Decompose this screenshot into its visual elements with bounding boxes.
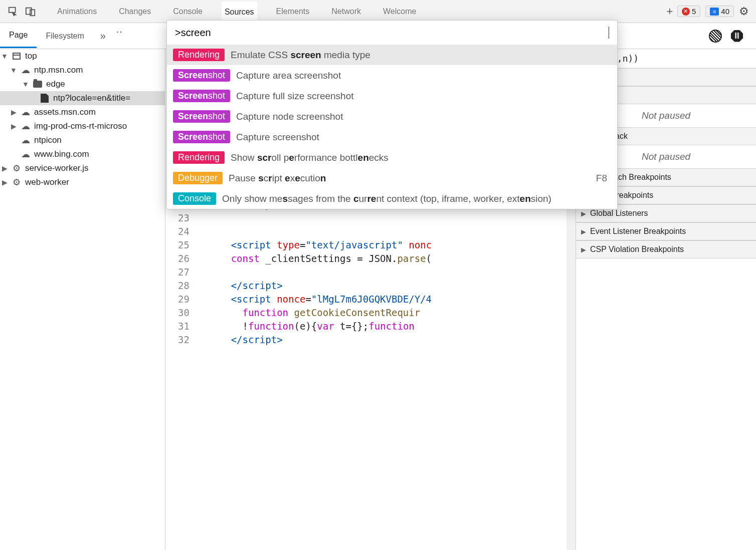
tab-welcome[interactable]: Welcome bbox=[380, 2, 419, 21]
command-item[interactable]: ScreenshotCapture area screenshot bbox=[167, 65, 617, 86]
message-icon: ≡ bbox=[710, 8, 719, 16]
line-number[interactable]: 32 bbox=[165, 333, 190, 347]
code-line[interactable]: function getCookieConsentRequir bbox=[197, 306, 576, 320]
command-item[interactable]: ScreenshotCapture screenshot bbox=[167, 127, 617, 147]
tree-domain[interactable]: ▶☁img-prod-cms-rt-microso bbox=[0, 119, 165, 133]
cloud-icon: ☁ bbox=[20, 149, 31, 159]
command-category-tag: Screenshot bbox=[173, 90, 230, 102]
no-throttling-icon[interactable] bbox=[709, 30, 722, 43]
tree-label: top bbox=[25, 51, 37, 61]
command-label: Capture area screenshot bbox=[236, 70, 611, 81]
tree-label: img-prod-cms-rt-microso bbox=[34, 121, 127, 131]
command-category-tag: Rendering bbox=[173, 151, 225, 164]
code-line[interactable]: <script nonce="lMgL7m6J0GQKVBDE/Y/4 bbox=[197, 293, 576, 306]
more-tabs-icon[interactable]: » bbox=[93, 30, 113, 42]
cloud-icon: ☁ bbox=[20, 65, 31, 75]
tab-sources[interactable]: Sources bbox=[222, 2, 257, 22]
cloud-icon: ☁ bbox=[20, 107, 31, 117]
messages-count: 40 bbox=[721, 7, 729, 16]
panel-event[interactable]: ▶Event Listener Breakpoints bbox=[576, 222, 756, 240]
tab-animations[interactable]: Animations bbox=[54, 2, 100, 21]
tree-label: assets.msn.com bbox=[34, 107, 96, 117]
line-number[interactable]: 25 bbox=[165, 238, 190, 252]
tree-top-frame[interactable]: ▼top bbox=[0, 49, 165, 63]
code-line[interactable] bbox=[197, 265, 576, 279]
tree-label: www.bing.com bbox=[34, 149, 89, 159]
inspect-element-icon[interactable] bbox=[5, 3, 22, 20]
code-line[interactable]: <script type="text/javascript" nonc bbox=[197, 238, 576, 252]
command-label: Pause script execution bbox=[229, 173, 590, 184]
line-number[interactable]: 28 bbox=[165, 279, 190, 293]
line-number[interactable]: 23 bbox=[165, 211, 190, 225]
svg-rect-1 bbox=[26, 8, 32, 14]
file-icon bbox=[41, 94, 49, 103]
command-item[interactable]: DebuggerPause script executionF8 bbox=[167, 168, 617, 188]
command-category-tag: Debugger bbox=[173, 172, 223, 184]
line-number[interactable]: 24 bbox=[165, 225, 190, 238]
tree-file-selected[interactable]: ntp?locale=en&title= bbox=[0, 91, 165, 105]
pause-icon[interactable]: II bbox=[731, 30, 743, 42]
error-icon: ✕ bbox=[682, 8, 690, 16]
command-input[interactable] bbox=[175, 27, 608, 39]
command-label: Show scroll performance bottlenecks bbox=[231, 152, 611, 163]
command-label: Only show messages from the current cont… bbox=[222, 193, 611, 204]
command-category-tag: Screenshot bbox=[173, 131, 230, 143]
tab-console[interactable]: Console bbox=[170, 2, 206, 21]
line-number[interactable]: 27 bbox=[165, 265, 190, 279]
code-line[interactable] bbox=[197, 225, 576, 238]
messages-badge[interactable]: ≡40 bbox=[705, 6, 734, 17]
tab-network[interactable]: Network bbox=[328, 2, 364, 21]
tab-changes[interactable]: Changes bbox=[116, 2, 154, 21]
errors-badge[interactable]: ✕5 bbox=[677, 6, 700, 17]
command-label: Capture screenshot bbox=[236, 132, 611, 143]
top-tabs: AnimationsChangesConsoleSourcesElementsN… bbox=[54, 2, 662, 22]
tree-label: edge bbox=[46, 79, 65, 89]
file-tab-overflow: ‥ bbox=[113, 23, 126, 49]
tree-domain[interactable]: ☁www.bing.com bbox=[0, 147, 165, 161]
tree-worker[interactable]: ▶⚙web-worker bbox=[0, 175, 165, 189]
command-input-row bbox=[167, 21, 617, 45]
command-list: RenderingEmulate CSS screen media typeSc… bbox=[167, 45, 617, 209]
command-category-tag: Console bbox=[173, 192, 216, 205]
tree-domain[interactable]: ▼☁ntp.msn.com bbox=[0, 63, 165, 77]
tab-filesystem[interactable]: Filesystem bbox=[37, 25, 93, 48]
tree-label: ntp?locale=en&title= bbox=[53, 93, 130, 103]
command-item[interactable]: RenderingEmulate CSS screen media type bbox=[167, 45, 617, 65]
errors-count: 5 bbox=[692, 7, 696, 16]
code-line[interactable] bbox=[197, 211, 576, 225]
command-label: Emulate CSS screen media type bbox=[231, 50, 611, 61]
tree-domain[interactable]: ▶☁assets.msn.com bbox=[0, 105, 165, 119]
tree-domain[interactable]: ☁ntpicon bbox=[0, 133, 165, 147]
text-caret bbox=[609, 27, 609, 39]
tree-folder[interactable]: ▼edge bbox=[0, 77, 165, 91]
command-item[interactable]: ScreenshotCapture node screenshot bbox=[167, 106, 617, 127]
code-line[interactable]: </script> bbox=[197, 333, 576, 347]
command-label: Capture node screenshot bbox=[236, 111, 611, 122]
tab-page[interactable]: Page bbox=[0, 24, 37, 48]
add-tab-button[interactable]: + bbox=[662, 5, 677, 18]
line-number[interactable]: 31 bbox=[165, 320, 190, 333]
frame-icon bbox=[13, 53, 21, 60]
code-line[interactable]: const _clientSettings = JSON.parse( bbox=[197, 252, 576, 265]
command-item[interactable]: ConsoleOnly show messages from the curre… bbox=[167, 188, 617, 209]
tree-worker[interactable]: ▶⚙service-worker.js bbox=[0, 161, 165, 175]
command-category-tag: Screenshot bbox=[173, 69, 230, 82]
panel-label: CSP Violation Breakpoints bbox=[590, 245, 684, 254]
tree-label: ntpicon bbox=[34, 135, 62, 145]
panel-label: Global Listeners bbox=[590, 209, 648, 218]
device-toolbar-icon[interactable] bbox=[22, 3, 39, 20]
command-item[interactable]: RenderingShow scroll performance bottlen… bbox=[167, 147, 617, 168]
folder-icon bbox=[33, 81, 42, 88]
code-line[interactable]: </script> bbox=[197, 279, 576, 293]
line-number[interactable]: 30 bbox=[165, 306, 190, 320]
settings-icon[interactable]: ⚙ bbox=[739, 5, 749, 18]
line-number[interactable]: 29 bbox=[165, 293, 190, 306]
command-item[interactable]: ScreenshotCapture full size screenshot bbox=[167, 86, 617, 106]
code-line[interactable]: !function(e){var t={};function bbox=[197, 320, 576, 333]
panel-csp[interactable]: ▶CSP Violation Breakpoints bbox=[576, 240, 756, 258]
line-number[interactable]: 26 bbox=[165, 252, 190, 265]
tree-label: web-worker bbox=[25, 177, 69, 187]
gear-icon: ⚙ bbox=[11, 163, 22, 173]
command-menu: RenderingEmulate CSS screen media typeSc… bbox=[166, 20, 618, 209]
tab-elements[interactable]: Elements bbox=[273, 2, 313, 21]
